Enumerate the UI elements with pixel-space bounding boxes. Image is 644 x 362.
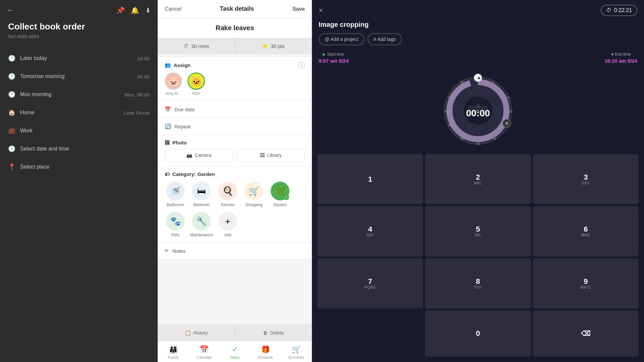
duration-label: 30 mins <box>191 43 209 49</box>
nav-item-tasks[interactable]: ✓ Tasks <box>219 344 250 361</box>
num-sub-6: MNO <box>581 233 590 237</box>
avatar-amy[interactable]: 🐷 Amy-M... <box>165 72 182 96</box>
pin-icon[interactable]: 📌 <box>116 6 125 14</box>
nav-item-rewards[interactable]: 🎁 Rewards <box>250 344 281 361</box>
numpad-btn-5[interactable]: 5JKL <box>425 206 531 256</box>
assign-section: 👥 Assign i 🐷 Amy-M... 🐱 Rich <box>158 57 312 101</box>
svg-text:15: 15 <box>509 110 513 113</box>
svg-text:35: 35 <box>460 137 464 140</box>
bottom-nav: 👨‍👩‍👧 Family 📅 Calendar ✓ Tasks 🎁 Reward… <box>158 341 312 362</box>
cat-label-add: Add <box>224 233 231 237</box>
menu-icon-later-today: 🕐 <box>8 55 15 62</box>
history-button[interactable]: 📋 History <box>158 325 235 341</box>
menu-item-mon-morning[interactable]: 🕐 Mon morning Mon, 08:00 <box>0 85 158 104</box>
menu-item-select-date[interactable]: 🕐 Select date and time <box>0 140 158 158</box>
numpad-btn-7[interactable]: 7PQRS <box>317 258 423 308</box>
nav-icon-tasks: ✓ <box>232 345 238 354</box>
category-item-kitchen[interactable]: 🍳Kitchen <box>217 182 238 207</box>
num-sub-2: ABC <box>474 181 482 185</box>
menu-item-left: 🕐 Mon morning <box>8 91 51 98</box>
menu-item-tomorrow-morning[interactable]: 🕐 Tomorrow morning 08:00 <box>0 67 158 85</box>
repeat-section[interactable]: 🔄 Repeat <box>158 118 312 135</box>
avatar-rich[interactable]: 🐱 Rich <box>187 72 205 96</box>
task-ref: Ref 4685-4689 <box>8 34 150 39</box>
numpad-btn-1[interactable]: 1 <box>317 154 423 204</box>
menu-item-left: 🕐 Later today <box>8 55 47 62</box>
save-button[interactable]: Save <box>292 6 305 12</box>
end-time-block: ■ End time 10:20 am 5/24 <box>604 52 637 64</box>
back-button[interactable]: ← <box>7 6 14 15</box>
cat-icon-shopping: 🛒 <box>245 182 263 200</box>
svg-text:50: 50 <box>448 96 451 99</box>
num-sub-9: WXYZ <box>580 286 591 289</box>
points-button[interactable]: ⭐ 30 pts <box>235 38 312 54</box>
menu-item-work[interactable]: 💼 Work <box>0 122 158 140</box>
photo-title: 🖼 Photo <box>165 140 305 145</box>
add-tags-button[interactable]: # Add tags <box>368 33 402 45</box>
category-item-shopping[interactable]: 🛒Shopping <box>243 182 265 207</box>
num-sub-5: JKL <box>475 233 481 237</box>
tag-row: @ Add a project # Add tags <box>312 33 644 52</box>
category-item-pets[interactable]: 🐾Pets <box>165 212 186 237</box>
numpad-btn-0[interactable]: 0 <box>425 310 531 357</box>
numpad-backspace-button[interactable]: ⌫ <box>533 310 639 357</box>
category-item-maintenance[interactable]: 🔧Maintenance <box>191 212 212 237</box>
menu-icon-work: 💼 <box>8 127 15 134</box>
numpad-btn-3[interactable]: 3DEF <box>533 154 639 204</box>
camera-icon: 📷 <box>186 153 192 158</box>
assign-help-icon[interactable]: i <box>298 62 305 68</box>
menu-icon-tomorrow-morning: 🕐 <box>8 73 15 80</box>
due-date-label: Due date <box>174 107 195 112</box>
menu-label-select-date: Select date and time <box>20 146 69 152</box>
repeat-label: Repeat <box>174 124 191 129</box>
library-icon: 🖼 <box>260 153 265 158</box>
delete-button[interactable]: 🗑 Delete <box>235 325 312 341</box>
cat-label-shopping: Shopping <box>246 202 263 207</box>
numpad-btn-9[interactable]: 9WXYZ <box>533 258 639 308</box>
notes-label: Notes <box>172 248 185 254</box>
menu-item-select-place[interactable]: 📍 Select place <box>0 158 158 176</box>
cat-icon-garden: 🌿 <box>271 182 289 200</box>
menu-label-home: Home <box>20 110 35 116</box>
category-item-garden[interactable]: 🌿Garden <box>269 182 291 207</box>
cat-icon-maintenance: 🔧 <box>192 212 211 231</box>
category-item-add[interactable]: +Add <box>217 212 238 237</box>
due-date-section[interactable]: 📅 Due date <box>158 101 312 118</box>
close-button[interactable]: × <box>319 6 323 15</box>
notes-section[interactable]: ✏ Notes <box>158 242 312 259</box>
download-icon[interactable]: ⬇ <box>145 6 151 14</box>
nav-item-calendar[interactable]: 📅 Calendar <box>189 344 220 361</box>
avatar-amy-img: 🐷 <box>165 72 182 90</box>
svg-text:25: 25 <box>493 137 496 140</box>
menu-icon-select-place: 📍 <box>8 163 15 171</box>
center-header: Cancel Task details Save <box>158 0 312 18</box>
nav-item-family[interactable]: 👨‍👩‍👧 Family <box>158 344 189 361</box>
left-panel: ← 📌 🔔 ⬇ Collect book order Ref 4685-4689… <box>0 0 158 362</box>
svg-text:30: 30 <box>476 142 480 145</box>
numpad-btn-6[interactable]: 6MNO <box>533 206 639 256</box>
menu-item-later-today[interactable]: 🕐 Later today 18:00 <box>0 49 158 67</box>
add-project-button[interactable]: @ Add a project <box>319 33 364 45</box>
bell-icon[interactable]: 🔔 <box>131 6 139 14</box>
svg-text:5: 5 <box>492 80 494 84</box>
stats-bar: ⏱ 30 mins ⭐ 30 pts <box>158 38 312 54</box>
numpad-btn-2[interactable]: 2ABC <box>425 154 531 204</box>
numpad-btn-8[interactable]: 8TUV <box>425 258 531 308</box>
duration-button[interactable]: ⏱ 30 mins <box>158 38 235 54</box>
cancel-button[interactable]: Cancel <box>165 6 181 12</box>
cat-label-maintenance: Maintenance <box>190 233 213 237</box>
numpad-btn-4[interactable]: 4GHI <box>317 206 423 256</box>
library-button[interactable]: 🖼 Library <box>236 149 305 162</box>
category-item-bedroom[interactable]: 🛏Bedroom <box>191 182 212 207</box>
nav-label-tasks: Tasks <box>230 355 239 359</box>
camera-button[interactable]: 📷 Camera <box>165 149 233 162</box>
right-panel: × ⏱ 0:22:21 Image cropping @ Add a proje… <box>312 0 644 362</box>
center-panel: Cancel Task details Save Rake leaves ⏱ 3… <box>158 0 312 362</box>
category-item-bathroom[interactable]: 🚿Bathroom <box>165 182 186 207</box>
num-sub-7: PQRS <box>365 286 375 289</box>
menu-item-home[interactable]: 🏠 Home Lime Grove <box>0 104 158 122</box>
left-menu: 🕐 Later today 18:00 🕐 Tomorrow morning 0… <box>0 49 158 362</box>
nav-item-groceries[interactable]: 🛒 Groceries <box>281 344 312 361</box>
photo-section: 🖼 Photo 📷 Camera 🖼 Library <box>158 135 312 167</box>
menu-icon-mon-morning: 🕐 <box>8 91 15 98</box>
